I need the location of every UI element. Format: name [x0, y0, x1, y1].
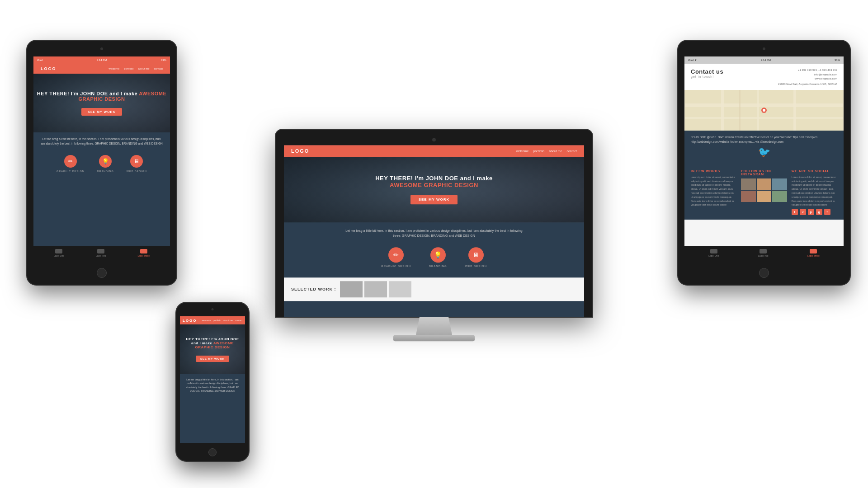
- svg-rect-2: [721, 90, 724, 131]
- phone-nav-welcome[interactable]: welcome: [202, 319, 211, 322]
- twitter-text: JOHN DOE @John_Doe: How to Create an Eff…: [691, 135, 837, 144]
- tablet-nav-portfolio[interactable]: portfolio: [124, 67, 133, 70]
- phone-device: LOGO welcome portfolio about me contact …: [176, 303, 249, 461]
- tablet-about-text: Let me brag a little bit here, in this s…: [41, 137, 163, 146]
- svg-rect-1: [685, 103, 843, 107]
- contact-header: Contact us get in touch! +1 333 333 333,…: [684, 64, 844, 90]
- social-gplus-icon[interactable]: g: [816, 209, 822, 215]
- tab-nav-item-1[interactable]: Label One: [54, 249, 64, 257]
- tablet-right-home-button[interactable]: [759, 268, 769, 278]
- tablet-service-1-label: GRAPHIC DESIGN: [57, 170, 85, 173]
- web-design-icon: 🖥: [468, 247, 484, 263]
- tablet-services: ✏ GRAPHIC DESIGN 💡 BRANDING 🖥 WEB DESIGN: [41, 151, 163, 176]
- tab-nav-label-3: Label Three: [137, 254, 150, 257]
- social-twitter-icon[interactable]: t: [824, 209, 830, 215]
- tab-right-nav-1[interactable]: Label One: [708, 249, 719, 257]
- tablet-home-button[interactable]: [97, 268, 107, 278]
- phone-about: Let me brag a little bit here, in this s…: [180, 374, 245, 402]
- phone-nav-contact[interactable]: contact: [235, 319, 242, 322]
- tablet-nav-welcome[interactable]: welcome: [109, 67, 120, 70]
- service-web-design-label: WEB DESIGN: [465, 265, 487, 267]
- social-pinterest-icon[interactable]: p: [808, 209, 814, 215]
- tab-nav-item-2[interactable]: Label Two: [96, 249, 106, 257]
- tablet-service-1: ✏ GRAPHIC DESIGN: [57, 155, 85, 173]
- social-vimeo-icon[interactable]: v: [800, 209, 806, 215]
- svg-point-8: [763, 109, 765, 112]
- tablet-branding-icon: 💡: [99, 155, 112, 168]
- phone-nav-portfolio[interactable]: portfolio: [213, 319, 221, 322]
- nav-portfolio[interactable]: portfolio: [533, 150, 544, 153]
- selected-work: SELECTED WORK :: [284, 277, 584, 301]
- tab-right-nav-3[interactable]: Label Three: [807, 249, 820, 257]
- service-web-design: 🖥 WEB DESIGN: [465, 247, 487, 267]
- site-hero: HEY THERE! I'm JOHN DOE and I make AWESO…: [284, 157, 584, 222]
- footer-col-instagram: FOLLOW US ON INSTAGRAM: [741, 169, 787, 215]
- tablet-cta-button[interactable]: SEE MY WORK: [81, 108, 122, 116]
- about-text: Let me brag a little bit here, in this s…: [344, 229, 524, 238]
- footer-social-text: Lorem ipsum dolor sit amet, consectetur …: [792, 175, 837, 207]
- phone-hero-accent: AWESOME GRAPHIC DESIGN: [195, 341, 234, 349]
- service-branding: 💡 BRANDING: [429, 247, 447, 267]
- footer-social-title: WE ARE SO SOCIAL: [792, 169, 837, 173]
- insta-thumb-1: [741, 178, 755, 190]
- footer-col-social: WE ARE SO SOCIAL Lorem ipsum dolor sit a…: [792, 169, 837, 215]
- work-title: SELECTED WORK :: [291, 287, 336, 291]
- tablet-nav-contact[interactable]: contact: [154, 67, 163, 70]
- nav-welcome[interactable]: welcome: [516, 150, 529, 153]
- hero-cta-button[interactable]: SEE MY WORK: [410, 195, 458, 204]
- contact-info: +1 333 333 333, +1 333 413 333 info@exam…: [778, 68, 837, 86]
- tablet-right-device: iPad ▼ 2:14 PM 33% Contact us get in tou…: [678, 41, 850, 285]
- phone-about-text: Let me brag a little bit here, in this s…: [184, 378, 241, 393]
- contact-email: info@example.com: [778, 73, 837, 77]
- tablet-hero-accent: AWESOME GRAPHIC DESIGN: [79, 91, 167, 102]
- footer-instagram-title: FOLLOW US ON INSTAGRAM: [741, 169, 787, 176]
- site-nav: welcome portfolio about me contact: [516, 150, 577, 153]
- monitor-camera: [432, 138, 436, 141]
- hero-accent: AWESOME GRAPHIC DESIGN: [390, 182, 478, 188]
- tablet-left-frame: iPad 2:14 PM 33% LOGO welcome portfolio …: [27, 41, 176, 285]
- tablet-logo: LOGO: [41, 66, 57, 71]
- tablet-bottom-nav: Label One Label Two Label Three: [33, 246, 170, 260]
- social-icons-row: f v p g t: [792, 209, 837, 215]
- tab-right-nav-icon-2: [760, 249, 767, 253]
- insta-thumb-3: [772, 178, 787, 190]
- hero-title: HEY THERE! I'm JOHN DOE and I make AWESO…: [375, 175, 493, 188]
- tab-right-nav-label-1: Label One: [708, 254, 719, 257]
- tab-right-nav-2[interactable]: Label Two: [758, 249, 769, 257]
- tablet-right-model: iPad ▼: [688, 59, 697, 61]
- tablet-service-3: 🖥 WEB DESIGN: [127, 155, 147, 173]
- tab-nav-icon-1: [55, 249, 62, 253]
- tab-right-nav-label-2: Label Two: [758, 254, 769, 257]
- phone-camera: [212, 308, 214, 310]
- phone-frame: LOGO welcome portfolio about me contact …: [176, 303, 249, 461]
- graphic-design-icon: ✏: [388, 247, 404, 263]
- tab-right-nav-icon-3: [810, 249, 817, 253]
- footer-words-text: Lorem ipsum dolor sit amet, consectetur …: [691, 175, 736, 207]
- tablet-right-frame: iPad ▼ 2:14 PM 33% Contact us get in tou…: [678, 41, 850, 285]
- contact-twitter: JOHN DOE @John_Doe: How to Create an Eff…: [684, 131, 844, 165]
- tab-nav-label-1: Label One: [54, 254, 64, 257]
- tablet-battery: 33%: [161, 59, 166, 61]
- svg-rect-4: [793, 90, 796, 131]
- tab-nav-icon-3: [140, 249, 147, 253]
- services-row: ✏ GRAPHIC DESIGN 💡 BRANDING 🖥 WEB DESIGN: [297, 244, 571, 271]
- phone-nav-about[interactable]: about me: [223, 319, 233, 322]
- phone-nav: welcome portfolio about me contact: [202, 319, 242, 322]
- tablet-nav-about[interactable]: about me: [138, 67, 150, 70]
- monitor-base: [393, 335, 475, 341]
- monitor-device: LOGO welcome portfolio about me contact …: [276, 130, 592, 341]
- tablet-right-bottom-nav: Label One Label Two Label Three: [684, 246, 844, 260]
- svg-rect-6: [739, 90, 741, 131]
- contact-page: Contact us get in touch! +1 333 333 333,…: [684, 64, 844, 246]
- nav-contact[interactable]: contact: [566, 150, 577, 153]
- social-facebook-icon[interactable]: f: [792, 209, 798, 215]
- tablet-status-text: iPad: [37, 59, 42, 61]
- tab-nav-item-3[interactable]: Label Three: [137, 249, 150, 257]
- tablet-left-camera: [100, 47, 103, 50]
- phone-cta-button[interactable]: SEE MY WORK: [196, 356, 229, 362]
- phone-home-button[interactable]: [208, 448, 217, 456]
- work-thumbnails: [340, 281, 411, 297]
- monitor-frame: LOGO welcome portfolio about me contact …: [276, 130, 592, 317]
- svg-rect-5: [685, 117, 843, 119]
- nav-about[interactable]: about me: [549, 150, 562, 153]
